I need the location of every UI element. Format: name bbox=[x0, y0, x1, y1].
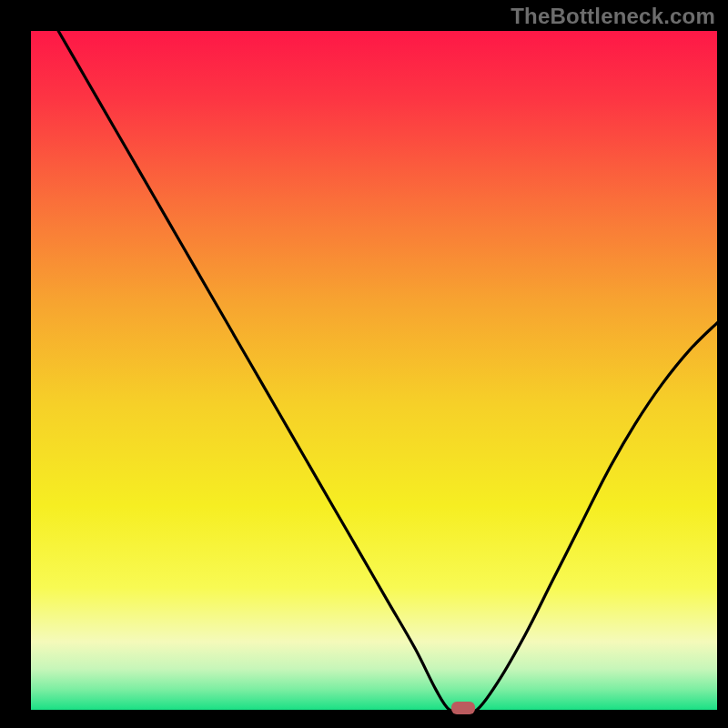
optimal-point-marker bbox=[451, 702, 475, 714]
bottleneck-chart bbox=[0, 0, 728, 728]
watermark-text: TheBottleneck.com bbox=[511, 4, 715, 29]
gradient-background bbox=[31, 31, 717, 710]
chart-container: TheBottleneck.com bbox=[0, 0, 728, 728]
